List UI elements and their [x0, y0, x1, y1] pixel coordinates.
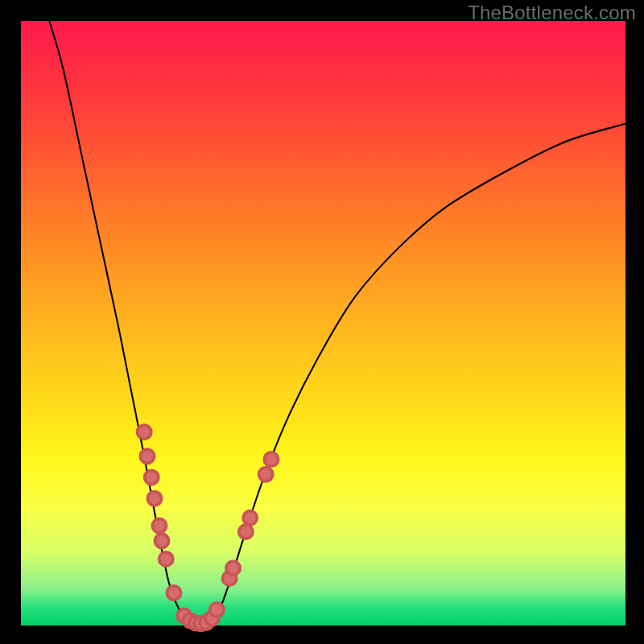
bottleneck-curve	[49, 21, 625, 625]
data-dot	[243, 511, 257, 525]
bottleneck-curve-svg	[21, 21, 625, 625]
data-dot	[145, 470, 159, 484]
watermark-text: TheBottleneck.com	[468, 2, 636, 24]
data-dot	[259, 468, 273, 481]
data-dot	[152, 518, 166, 532]
data-dot	[159, 552, 173, 566]
data-dot	[210, 603, 224, 617]
chart-plot-area	[21, 21, 625, 625]
data-dot	[140, 449, 154, 463]
data-dot	[147, 492, 161, 506]
data-dot	[138, 425, 151, 439]
data-dots-group	[138, 425, 279, 630]
data-dot	[239, 525, 253, 539]
data-dot	[155, 534, 168, 547]
data-dot	[226, 561, 240, 575]
data-dot	[167, 586, 180, 600]
data-dot	[264, 452, 278, 466]
